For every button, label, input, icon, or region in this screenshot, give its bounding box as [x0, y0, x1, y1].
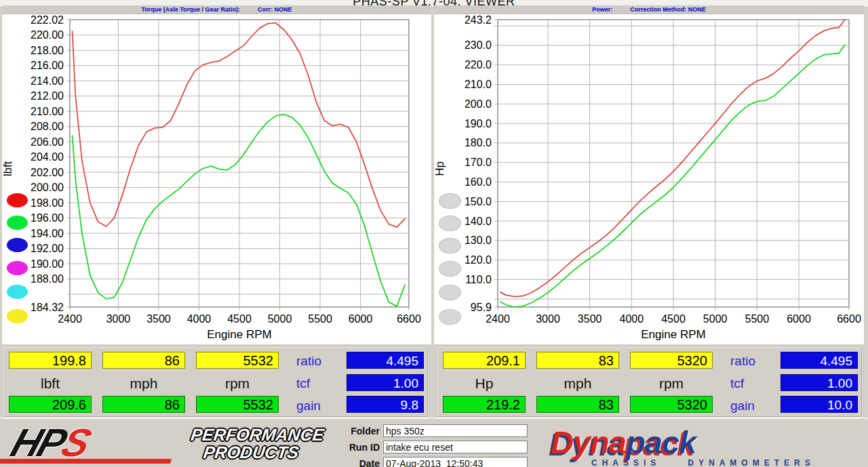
x-tick-label: 2400 — [486, 313, 510, 325]
y-tick-label: 214.00 — [31, 75, 64, 87]
x-tick-label: 6600 — [837, 313, 861, 325]
legend-dot-5-inactive[interactable] — [439, 309, 461, 325]
torque-unit-label: lbft — [9, 375, 92, 392]
date-label: Date — [338, 458, 380, 467]
ratio2-value: 4.495 — [781, 352, 858, 369]
x-tick-label: 4500 — [227, 313, 252, 325]
tcf2-value: 1.00 — [781, 374, 858, 391]
y-tick-label: 210.0 — [465, 79, 492, 90]
mph-unit-label: mph — [102, 375, 185, 392]
legend-dot-1-inactive[interactable] — [439, 216, 461, 231]
rpm2-unit-label: rpm — [630, 375, 713, 392]
rpm1-cursor2-value: 5532 — [196, 396, 279, 413]
torque-red-curve — [73, 23, 405, 227]
y-tick-label: 120.0 — [465, 254, 492, 266]
y-tick-label: 192.00 — [31, 243, 64, 254]
legend-dot-1[interactable] — [7, 216, 28, 230]
y-tick-label: 188.00 — [31, 273, 64, 285]
x-tick-label: 2400 — [58, 313, 82, 325]
dynapack-logo: Dynapack CHASSIS DYNAMOMETERS — [551, 428, 863, 467]
legend-dot-4-inactive[interactable] — [439, 285, 461, 300]
x-tick-label: 5000 — [703, 313, 728, 325]
y-tick-label: 200.0 — [465, 98, 492, 110]
legend-dot-3[interactable] — [7, 261, 28, 275]
y-tick-label: 202.00 — [31, 167, 64, 178]
y-tick-label: 198.00 — [31, 197, 64, 209]
run-id-label: Run ID — [338, 442, 380, 453]
y-tick-label: 204.00 — [31, 151, 64, 163]
x-tick-label: 3500 — [578, 313, 602, 325]
power-readout-panel: 209.1 83 5320 Hp mph rpm 219.2 83 5320 r… — [437, 347, 863, 418]
y-tick-label: 184.32 — [31, 302, 64, 313]
y-tick-label: 210.00 — [31, 106, 64, 117]
x-tick-label: 5500 — [308, 313, 332, 325]
speed2-cursor1-value: 83 — [536, 352, 619, 369]
tcf-label: tcf — [296, 376, 341, 391]
power-chart-body: 243.2230.0220.0210.0200.0190.0180.0170.0… — [434, 14, 864, 344]
speed1-cursor2-value: 86 — [102, 396, 185, 413]
torque-cursor2-value: 209.6 — [9, 396, 92, 413]
y-tick-label: 230.0 — [465, 39, 492, 51]
y-tick-label: 110.0 — [465, 274, 492, 285]
y-tick-label: 130.0 — [465, 235, 492, 246]
y-tick-label: 194.00 — [31, 228, 64, 239]
torque-chart-header: Torque (Axle Torque / Gear Ratio): Corr:… — [2, 5, 431, 14]
power-header-label: Power: — [592, 6, 612, 13]
y-tick-label: 222.02 — [31, 14, 64, 26]
y-tick-label: 170.0 — [465, 157, 492, 168]
rpm2-cursor1-value: 5320 — [630, 352, 713, 369]
x-tick-label: 4500 — [661, 313, 686, 325]
date-input[interactable] — [383, 457, 528, 467]
dynapack-wordmark: Dynapack — [551, 428, 863, 457]
torque-readout-panel: 199.8 86 5532 lbft mph rpm 209.6 86 5532… — [3, 347, 429, 418]
legend-dot-2-inactive[interactable] — [439, 238, 461, 253]
x-axis-title: Engine RPM — [641, 328, 705, 341]
torque-header-label: Torque (Axle Torque / Gear Ratio): — [141, 6, 240, 13]
x-tick-label: 6600 — [397, 313, 421, 325]
run-id-input[interactable] — [383, 441, 528, 453]
torque-chart-panel: Torque (Axle Torque / Gear Ratio): Corr:… — [2, 5, 431, 344]
torque-correction-label: Corr: NONE — [258, 6, 292, 13]
y-tick-label: 243.2 — [465, 14, 492, 26]
legend-dot-3-inactive[interactable] — [439, 261, 461, 277]
gain-label: gain — [296, 399, 341, 413]
x-tick-label: 6000 — [787, 313, 811, 325]
torque-chart-body: 222.02220.00218.00216.00214.00212.00210.… — [2, 14, 431, 344]
legend-dot-4[interactable] — [7, 285, 28, 299]
legend-dot-2[interactable] — [7, 238, 28, 252]
y-tick-label: 220.0 — [465, 59, 492, 70]
dynapack-chassis: CHASSIS — [591, 458, 660, 467]
y-tick-label: 180.0 — [465, 137, 492, 148]
y-tick-label: 220.00 — [31, 29, 64, 41]
dynapack-dyna: Dyna — [551, 424, 626, 460]
hps-logo-text: HPS — [7, 426, 188, 460]
power-chart-header: Power: Correction Method: NONE — [434, 5, 864, 14]
footer: HPS PERFORMANCE PRODUCTS Folder Run ID D… — [0, 418, 868, 467]
dynapack-subtitle: CHASSIS DYNAMOMETERS — [591, 458, 863, 467]
legend-dot-5[interactable] — [7, 309, 28, 323]
legend-dot-0[interactable] — [7, 193, 28, 207]
hps-logo: HPS — [6, 426, 188, 464]
y-tick-label: 212.00 — [31, 90, 64, 102]
dynapack-dynamometers: DYNAMOMETERS — [688, 458, 814, 467]
y-tick-label: 200.00 — [31, 182, 64, 193]
power-correction-label: Correction Method: NONE — [630, 6, 706, 13]
torque-chart[interactable]: 222.02220.00218.00216.00214.00212.00210.… — [2, 14, 431, 344]
power-chart-panel: Power: Correction Method: NONE 243.2230.… — [434, 5, 864, 344]
rpm1-cursor1-value: 5532 — [196, 352, 279, 369]
hp-cursor2-value: 219.2 — [443, 396, 526, 413]
folder-label: Folder — [338, 426, 380, 436]
x-tick-label: 3500 — [146, 313, 171, 325]
torque-cursor1-value: 199.8 — [9, 352, 92, 369]
gain2-label: gain — [730, 399, 775, 413]
hps-swoosh — [0, 459, 172, 464]
power-chart[interactable]: 243.2230.0220.0210.0200.0190.0180.0170.0… — [434, 14, 864, 344]
legend-dot-0-inactive[interactable] — [439, 193, 461, 209]
dynapack-pack: pack — [626, 424, 696, 460]
y-tick-label: 196.00 — [31, 212, 64, 224]
rpm-unit-label: rpm — [196, 375, 279, 392]
mph2-unit-label: mph — [536, 375, 619, 392]
y-tick-label: 160.0 — [465, 176, 492, 188]
y-tick-label: 95.9 — [471, 302, 492, 313]
folder-input[interactable] — [383, 424, 528, 437]
